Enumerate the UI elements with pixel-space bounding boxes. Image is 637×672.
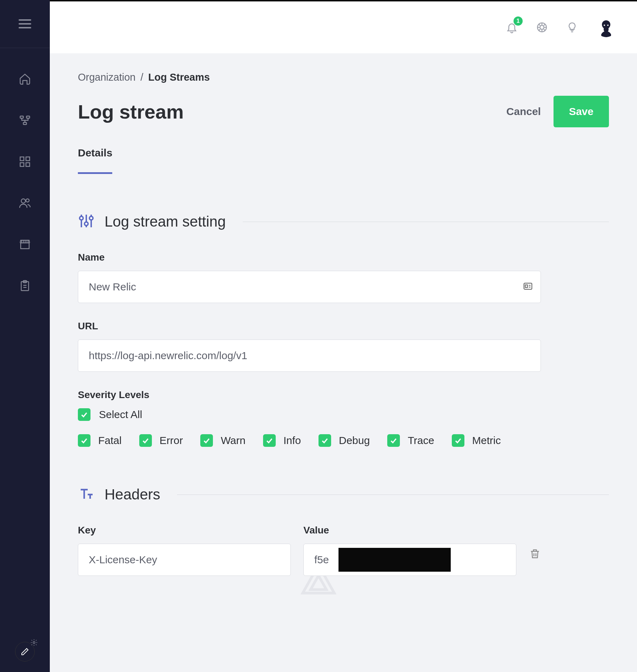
home-icon[interactable] bbox=[18, 72, 32, 86]
svg-point-21 bbox=[85, 222, 88, 226]
checkbox-fatal[interactable] bbox=[78, 434, 90, 447]
label-debug: Debug bbox=[339, 435, 370, 446]
svg-rect-25 bbox=[525, 285, 528, 288]
page-title: Log stream bbox=[78, 100, 184, 123]
label-trace: Trace bbox=[408, 435, 434, 446]
checkbox-metric[interactable] bbox=[452, 434, 464, 447]
svg-rect-3 bbox=[20, 157, 24, 161]
svg-rect-6 bbox=[26, 163, 30, 167]
url-label: URL bbox=[78, 321, 609, 332]
label-metric: Metric bbox=[472, 435, 501, 446]
svg-point-23 bbox=[89, 216, 93, 220]
flow-icon[interactable] bbox=[18, 113, 32, 127]
card-icon[interactable] bbox=[523, 281, 533, 293]
edit-fab-button[interactable] bbox=[15, 642, 35, 661]
svg-rect-1 bbox=[27, 116, 30, 118]
key-label: Key bbox=[78, 525, 291, 536]
label-error: Error bbox=[160, 435, 183, 446]
label-info: Info bbox=[283, 435, 301, 446]
checkbox-debug[interactable] bbox=[318, 434, 331, 447]
sidebar bbox=[0, 0, 50, 672]
tab-details[interactable]: Details bbox=[78, 147, 112, 174]
select-all-label: Select All bbox=[99, 409, 142, 421]
svg-point-19 bbox=[80, 216, 83, 220]
svg-rect-4 bbox=[26, 157, 30, 161]
trash-icon[interactable] bbox=[529, 548, 541, 561]
svg-rect-0 bbox=[20, 116, 24, 118]
svg-rect-2 bbox=[24, 122, 27, 125]
gear-icon bbox=[30, 639, 38, 648]
clipboard-icon[interactable] bbox=[18, 279, 32, 293]
svg-point-8 bbox=[26, 199, 29, 202]
checkbox-warn[interactable] bbox=[200, 434, 213, 447]
notification-badge: 1 bbox=[514, 16, 523, 26]
svg-rect-5 bbox=[20, 163, 24, 167]
help-icon[interactable] bbox=[536, 21, 548, 33]
checkbox-info[interactable] bbox=[263, 434, 276, 447]
redacted-value bbox=[338, 548, 451, 572]
users-icon[interactable] bbox=[18, 196, 32, 210]
breadcrumb-separator: / bbox=[140, 72, 143, 83]
label-warn: Warn bbox=[221, 435, 246, 446]
store-icon[interactable] bbox=[18, 237, 32, 251]
severity-label: Severity Levels bbox=[78, 389, 609, 401]
bell-icon[interactable]: 1 bbox=[506, 21, 518, 33]
svg-point-16 bbox=[604, 25, 605, 26]
save-button[interactable]: Save bbox=[554, 96, 609, 127]
checkbox-select-all[interactable] bbox=[78, 408, 90, 421]
apps-icon[interactable] bbox=[18, 155, 32, 169]
name-label: Name bbox=[78, 252, 609, 263]
breadcrumb: Organization / Log Streams bbox=[78, 72, 609, 83]
svg-point-13 bbox=[540, 25, 544, 29]
name-input[interactable] bbox=[78, 271, 541, 303]
cancel-button[interactable]: Cancel bbox=[507, 106, 541, 117]
hamburger-menu-icon[interactable] bbox=[19, 19, 31, 28]
text-icon bbox=[78, 485, 95, 504]
checkbox-error[interactable] bbox=[139, 434, 152, 447]
label-fatal: Fatal bbox=[98, 435, 122, 446]
avatar[interactable] bbox=[596, 18, 616, 37]
url-input[interactable] bbox=[78, 340, 541, 372]
svg-point-17 bbox=[607, 25, 609, 26]
checkbox-trace[interactable] bbox=[387, 434, 400, 447]
topbar: 1 bbox=[50, 0, 637, 53]
section-title-headers: Headers bbox=[105, 486, 160, 503]
svg-point-7 bbox=[21, 199, 26, 203]
breadcrumb-org[interactable]: Organization bbox=[78, 72, 135, 83]
svg-point-11 bbox=[33, 641, 35, 644]
bulb-icon[interactable] bbox=[566, 21, 578, 33]
value-label: Value bbox=[303, 525, 516, 536]
sliders-icon bbox=[78, 213, 95, 231]
section-title-settings: Log stream setting bbox=[105, 213, 226, 230]
breadcrumb-current[interactable]: Log Streams bbox=[148, 72, 210, 83]
